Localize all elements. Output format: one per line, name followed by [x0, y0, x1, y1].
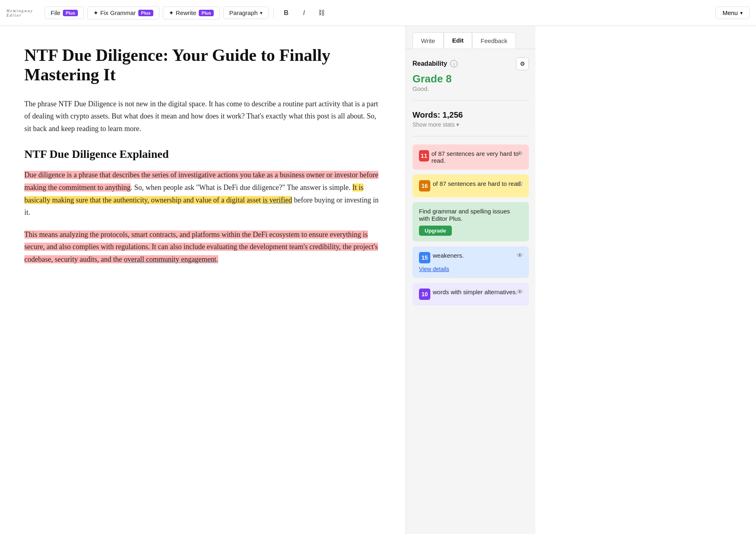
article-title: NTF Due Diligence: Your Guide to Finally… [24, 45, 381, 85]
readability-good: Good. [412, 85, 529, 92]
file-label: File [51, 9, 60, 16]
fix-grammar-plus-badge: Plus [138, 10, 153, 16]
file-button[interactable]: File Plus [45, 6, 84, 19]
toolbar: Hemingway Editor File Plus ✦ Fix Grammar… [0, 0, 756, 26]
readability-label: Readability [412, 60, 447, 67]
show-more-stats-button[interactable]: Show more stats ▾ [412, 121, 529, 128]
stat-text-purple: words with simpler alternatives. [433, 289, 517, 295]
stat-number-red: 11 [419, 150, 429, 161]
stat-text-blue: weakeners. [433, 252, 464, 259]
section-heading: NTF Due Diligence Explained [24, 148, 381, 161]
paragraph-2: Due diligence is a phrase that describes… [24, 169, 381, 218]
main-layout: NTF Due Diligence: Your Guide to Finally… [0, 26, 756, 534]
logo-name: Hemingway [6, 9, 33, 13]
italic-button[interactable]: I [296, 6, 311, 20]
stat-row-purple: 10 words with simpler alternatives. [419, 289, 522, 300]
stat-row-blue: 15 weakeners. [419, 252, 522, 263]
show-more-label: Show more stats [412, 121, 455, 128]
paragraph-label: Paragraph [229, 9, 258, 16]
stat-text-red: of 87 sentences are very hard to read. [432, 150, 522, 164]
menu-label: Menu [722, 9, 738, 16]
words-count: Words: 1,256 [412, 110, 529, 120]
stat-row-red: 11 of 87 sentences are very hard to read… [419, 150, 522, 164]
sidebar-tabs: Write Edit Feedback [406, 26, 535, 49]
editor-area[interactable]: NTF Due Diligence: Your Guide to Finally… [0, 26, 406, 534]
italic-label: I [303, 9, 305, 17]
chevron-down-icon-stats: ▾ [456, 121, 459, 128]
readability-grade: Grade 8 [412, 73, 529, 85]
tab-edit[interactable]: Edit [444, 32, 472, 49]
stat-card-simpler: 10 words with simpler alternatives. 👁 [412, 283, 529, 306]
stat-row-yellow: 16 of 87 sentences are hard to read. [419, 180, 522, 192]
highlighted-yellow-underline: is verified [263, 196, 292, 204]
bold-button[interactable]: B [279, 6, 293, 20]
paragraph-2-mid: . So, when people ask "What is DeFi due … [131, 183, 352, 192]
stat-text-green: Find grammar and spelling issues with Ed… [419, 208, 510, 222]
eye-icon-blue[interactable]: 👁 [517, 252, 523, 259]
tab-write[interactable]: Write [412, 32, 444, 49]
stat-card-very-hard: 11 of 87 sentences are very hard to read… [412, 144, 529, 170]
bold-label: B [284, 9, 289, 17]
paragraph-3: This means analyzing the protocols, smar… [24, 228, 381, 266]
paragraph-button[interactable]: Paragraph ▾ [223, 6, 268, 19]
readability-info-icon[interactable]: i [450, 60, 457, 67]
file-plus-badge: Plus [63, 10, 78, 16]
stat-number-purple: 10 [419, 289, 430, 300]
stat-text-yellow: of 87 sentences are hard to read. [433, 180, 522, 187]
rewrite-label: ✦ Rewrite [169, 9, 196, 17]
fix-grammar-button[interactable]: ✦ Fix Grammar Plus [87, 6, 159, 19]
words-section: Words: 1,256 Show more stats ▾ [412, 110, 529, 136]
logo-subtitle: Editor [6, 13, 33, 17]
view-details-link[interactable]: View details [419, 266, 522, 272]
rewrite-plus-badge: Plus [199, 10, 214, 16]
fix-grammar-label: ✦ Fix Grammar [93, 9, 136, 17]
eye-icon-yellow[interactable]: 👁 [517, 180, 523, 187]
readability-header: Readability i ⚙ [412, 57, 529, 70]
logo: Hemingway Editor [6, 9, 33, 17]
stat-card-hard: 16 of 87 sentences are hard to read. 👁 [412, 174, 529, 197]
stat-number-blue: 15 [419, 252, 430, 263]
chevron-down-icon: ▾ [260, 10, 262, 16]
sidebar-content: Readability i ⚙ Grade 8 Good. Words: 1,2… [406, 49, 535, 319]
stat-number-yellow: 16 [419, 180, 430, 192]
readability-filter-icon[interactable]: ⚙ [516, 57, 529, 70]
menu-chevron-icon: ▾ [740, 10, 743, 16]
toolbar-separator-1 [273, 7, 274, 19]
stat-card-grammar: Find grammar and spelling issues with Ed… [412, 202, 529, 241]
stat-card-weakeners: 15 weakeners. 👁 View details [412, 246, 529, 278]
menu-button[interactable]: Menu ▾ [715, 6, 750, 19]
paragraph-1: The phrase NTF Due Diligence is not new … [24, 98, 381, 135]
link-button[interactable]: ⛓ [314, 6, 329, 20]
sidebar: Write Edit Feedback Readability i ⚙ Grad… [406, 26, 535, 534]
link-icon: ⛓ [318, 9, 325, 17]
readability-section: Readability i ⚙ Grade 8 Good. [412, 57, 529, 101]
paragraph-3-end: . [216, 255, 218, 263]
tab-feedback[interactable]: Feedback [472, 32, 516, 49]
rewrite-button[interactable]: ✦ Rewrite Plus [163, 6, 220, 19]
eye-icon-red[interactable]: 👁 [517, 150, 523, 157]
highlighted-overall-community: overall community engagement [124, 255, 216, 263]
upgrade-button[interactable]: Upgrade [419, 226, 452, 236]
eye-icon-purple[interactable]: 👁 [517, 289, 523, 296]
